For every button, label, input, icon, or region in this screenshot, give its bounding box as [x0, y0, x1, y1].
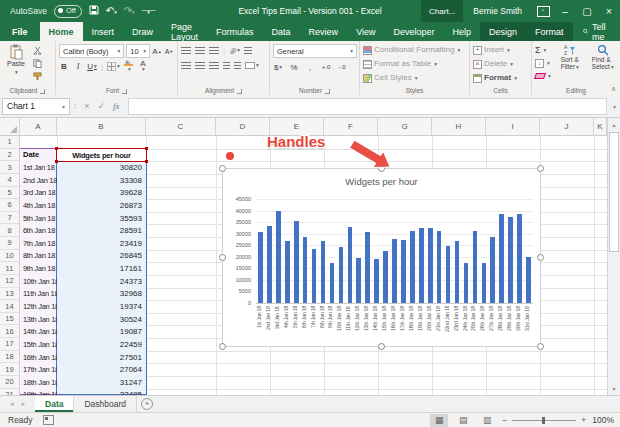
- zoom-out-icon[interactable]: −: [502, 415, 507, 425]
- collapse-ribbon-icon[interactable]: ∧: [611, 85, 616, 93]
- save-icon[interactable]: [89, 5, 99, 17]
- cell-B16[interactable]: 19087: [57, 325, 146, 338]
- row-header-11[interactable]: 11: [0, 262, 19, 275]
- copy-icon[interactable]: [32, 57, 42, 69]
- chart-bar[interactable]: [321, 241, 326, 303]
- font-color-icon[interactable]: A: [138, 60, 148, 72]
- chart-bar[interactable]: [419, 228, 424, 303]
- column-header-I[interactable]: I: [486, 118, 540, 135]
- chart-bar[interactable]: [267, 226, 272, 303]
- cell-B10[interactable]: 26845: [57, 250, 146, 263]
- redo-icon[interactable]: ↷▾: [124, 6, 135, 16]
- page-layout-view-button[interactable]: ▤: [454, 414, 472, 427]
- chart-bar[interactable]: [517, 214, 522, 303]
- row-header-4[interactable]: 4: [0, 174, 19, 187]
- cell-B19[interactable]: 27064: [57, 363, 146, 376]
- underline-button[interactable]: U: [87, 60, 97, 72]
- cell-A4[interactable]: 2nd Jan 18: [20, 174, 57, 187]
- chart[interactable]: Widgets per hour 05000100001500020000250…: [222, 168, 541, 347]
- chart-bar[interactable]: [285, 241, 290, 303]
- chart-handle-mid-right[interactable]: [537, 254, 544, 261]
- increase-decimal-icon[interactable]: +.0: [321, 61, 331, 73]
- chart-bar[interactable]: [508, 217, 513, 303]
- row-header-13[interactable]: 13: [0, 288, 19, 301]
- cell-A10[interactable]: 8th Jan 18: [20, 250, 57, 263]
- tab-review[interactable]: Review: [300, 22, 348, 41]
- scroll-down-icon[interactable]: ▾: [608, 382, 620, 395]
- increase-font-icon[interactable]: A▲: [152, 45, 162, 57]
- tell-me-box[interactable]: Tell me: [573, 22, 620, 41]
- chart-bar[interactable]: [455, 241, 460, 303]
- row-header-6[interactable]: 6: [0, 199, 19, 212]
- chart-handle-mid-left[interactable]: [219, 254, 226, 261]
- find-select-button[interactable]: Find &Select: [589, 44, 617, 82]
- decrease-decimal-icon[interactable]: -.0: [337, 61, 347, 73]
- increase-indent-icon[interactable]: [234, 62, 241, 69]
- cell-B12[interactable]: 24373: [57, 275, 146, 288]
- row-header-18[interactable]: 18: [0, 351, 19, 364]
- cell-A2[interactable]: Date: [20, 148, 57, 161]
- chart-bar[interactable]: [401, 240, 406, 303]
- cell-B20[interactable]: 31247: [57, 376, 146, 389]
- clear-button[interactable]: [535, 70, 551, 82]
- row-header-5[interactable]: 5: [0, 187, 19, 200]
- tab-design[interactable]: Design: [480, 22, 526, 41]
- cell-B8[interactable]: 28591: [57, 224, 146, 237]
- row-header-16[interactable]: 16: [0, 325, 19, 338]
- vertical-scroll-thumb[interactable]: [609, 132, 619, 252]
- percent-format-icon[interactable]: %: [289, 61, 299, 73]
- user-name[interactable]: Bernie Smith: [463, 6, 532, 16]
- cell-B18[interactable]: 27501: [57, 351, 146, 364]
- cancel-icon[interactable]: ×: [84, 101, 89, 111]
- row-header-10[interactable]: 10: [0, 250, 19, 263]
- tab-developer[interactable]: Developer: [384, 22, 443, 41]
- orientation-icon[interactable]: ab: [229, 44, 240, 56]
- new-sheet-button[interactable]: +: [137, 396, 157, 412]
- chart-bar[interactable]: [365, 232, 370, 303]
- cell-B17[interactable]: 22459: [57, 338, 146, 351]
- cell-A15[interactable]: 13th Jan 18: [20, 313, 57, 326]
- cell-A3[interactable]: 1st Jan 18: [20, 161, 57, 174]
- currency-format-icon[interactable]: $: [273, 61, 283, 73]
- font-dialog-launcher[interactable]: [122, 89, 127, 94]
- alignment-dialog-launcher[interactable]: [237, 89, 242, 94]
- borders-icon[interactable]: [107, 60, 120, 72]
- tab-draw[interactable]: Draw: [123, 22, 162, 41]
- chart-bar[interactable]: [294, 221, 299, 303]
- number-dialog-launcher[interactable]: [325, 89, 330, 94]
- column-header-K[interactable]: K: [594, 118, 607, 135]
- cell-B2[interactable]: Widgets per hour: [57, 149, 146, 161]
- decrease-font-icon[interactable]: A▼: [164, 45, 174, 57]
- chart-bar[interactable]: [428, 228, 433, 303]
- align-left-icon[interactable]: [181, 62, 191, 69]
- align-right-icon[interactable]: [209, 62, 219, 69]
- chart-bar[interactable]: [276, 211, 281, 303]
- undo-icon[interactable]: ↶▾: [106, 6, 117, 16]
- cell-A18[interactable]: 16th Jan 18: [20, 351, 57, 364]
- chart-title[interactable]: Widgets per hour: [223, 176, 540, 187]
- select-all-corner[interactable]: [0, 118, 20, 135]
- tab-format[interactable]: Format: [526, 22, 573, 41]
- cell-B4[interactable]: 33308: [57, 174, 146, 187]
- close-button[interactable]: ×: [598, 0, 620, 22]
- cell-A12[interactable]: 10th Jan 18: [20, 275, 57, 288]
- chart-bar[interactable]: [526, 257, 531, 303]
- align-top-icon[interactable]: [181, 47, 191, 54]
- tab-help[interactable]: Help: [444, 22, 481, 41]
- tab-file[interactable]: File: [0, 22, 40, 41]
- chart-handle-top-right[interactable]: [537, 165, 544, 172]
- ribbon-display-options-icon[interactable]: ⌃: [532, 0, 554, 22]
- cell-A11[interactable]: 9th Jan 18: [20, 262, 57, 275]
- tab-view[interactable]: View: [347, 22, 384, 41]
- paste-button[interactable]: Paste: [3, 44, 29, 82]
- chart-bar[interactable]: [312, 249, 317, 303]
- row-header-1[interactable]: 1: [0, 136, 19, 149]
- number-format-select[interactable]: General: [273, 44, 357, 58]
- cell-A5[interactable]: 3rd Jan 18: [20, 187, 57, 200]
- cell-A9[interactable]: 7th Jan 18: [20, 237, 57, 250]
- clipboard-dialog-launcher[interactable]: [40, 89, 45, 94]
- chart-bar[interactable]: [303, 237, 308, 303]
- tab-data[interactable]: Data: [263, 22, 300, 41]
- comma-format-icon[interactable]: ,: [305, 61, 315, 73]
- chart-bar[interactable]: [482, 263, 487, 303]
